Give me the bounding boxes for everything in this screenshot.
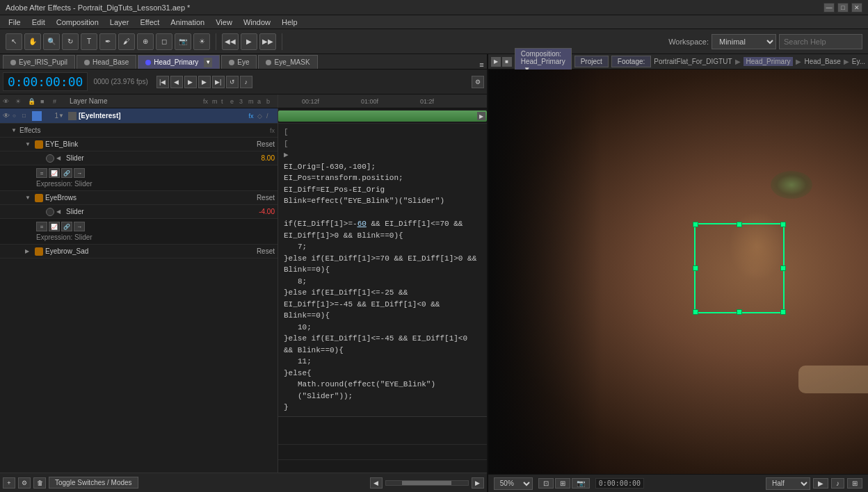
expr-link-btn-eyebrows[interactable]: 🔗 <box>61 222 72 231</box>
menu-effect[interactable]: Effect <box>134 17 165 28</box>
solo-icon-layer1[interactable]: ○ <box>13 113 22 119</box>
light-tool[interactable]: ☀ <box>193 33 210 50</box>
slider1-name[interactable]: Slider <box>66 154 250 162</box>
handle-mid-right[interactable] <box>780 265 786 271</box>
search-help-input[interactable] <box>779 34 862 49</box>
eyebrows-slider-row[interactable]: ◀ Slider -4.00 <box>0 205 278 219</box>
minimize-button[interactable]: — <box>823 3 835 13</box>
handle-top-mid[interactable] <box>737 222 742 227</box>
layer-row-1[interactable]: 👁 ○ □ 1 ▼ [EyeInterest] fx ◇ / <box>0 108 278 124</box>
selection-tool[interactable]: ↖ <box>6 33 22 50</box>
eyebrow-sad-reset-btn[interactable]: Reset <box>257 247 275 255</box>
transparency-btn[interactable]: ⊞ <box>847 478 862 489</box>
toggle-switches-modes-btn[interactable]: Toggle Switches / Modes <box>49 477 138 489</box>
next-frame-btn[interactable]: ▶▶ <box>259 33 276 50</box>
handle-bottom-right[interactable] <box>780 309 786 315</box>
breadcrumb-item-2[interactable]: Head_Primary <box>744 57 794 66</box>
effects-group-row[interactable]: ▼ Effects fx <box>0 124 278 138</box>
keyframe-icon-slider2[interactable] <box>46 208 54 216</box>
comp-icon[interactable]: ▶ <box>491 57 501 67</box>
slider2-name[interactable]: Slider <box>66 208 250 215</box>
eraser-tool[interactable]: ◻ <box>156 33 172 50</box>
expr-graph-btn-eyebrows[interactable]: 📈 <box>49 222 60 231</box>
menu-help[interactable]: Help <box>276 17 303 28</box>
maximize-button[interactable]: □ <box>837 3 849 13</box>
tab-eye-mask[interactable]: Eye_MASK <box>258 55 317 69</box>
brush-tool[interactable]: 🖌 <box>118 33 135 50</box>
comp-settings-btn[interactable]: ⚙ <box>472 76 484 88</box>
loop-btn[interactable]: ↺ <box>226 76 239 88</box>
keyframe-icon-slider1[interactable] <box>46 154 54 163</box>
timeline-next-btn[interactable]: ▶ <box>472 477 484 489</box>
breadcrumb-item-3[interactable]: Head_Base <box>804 58 840 65</box>
tab-head-base[interactable]: Head_Base <box>77 55 136 69</box>
workspace-select[interactable]: Minimal Standard <box>712 34 776 49</box>
tab-menu-icon[interactable]: ▼ <box>204 58 212 67</box>
settings-btn[interactable]: ⚙ <box>18 477 31 489</box>
handle-bottom-left[interactable] <box>693 309 698 315</box>
slider1-value[interactable]: 8.00 <box>250 154 275 162</box>
menu-window[interactable]: Window <box>238 17 276 28</box>
zoom-tool[interactable]: 🔍 <box>43 33 60 50</box>
time-display[interactable]: 0:00:00:00 <box>3 72 88 91</box>
eye-blink-effect-row[interactable]: ▼ EYE_Blink Reset <box>0 138 278 151</box>
motion-blur-switch-1[interactable]: / <box>266 113 275 120</box>
comp-icon2[interactable]: ■ <box>502 57 512 67</box>
snapshot-btn[interactable]: 📷 <box>572 478 590 489</box>
lock-icon-layer1[interactable]: □ <box>22 113 32 119</box>
prev-frame-btn[interactable]: ◀◀ <box>222 33 239 50</box>
pen-tool[interactable]: ✒ <box>99 33 116 50</box>
comp-time-display[interactable]: 0:00:00:00 <box>595 478 644 489</box>
fit-view-btn[interactable]: ⊞ <box>555 478 570 489</box>
trash-btn[interactable]: 🗑 <box>33 477 46 489</box>
play-btn[interactable]: ▶ <box>241 33 257 50</box>
expand-icon-layer1[interactable]: ▼ <box>58 113 68 119</box>
prev-kf-slider1[interactable]: ◀ <box>56 155 66 161</box>
timeline-prev-btn[interactable]: ◀ <box>370 477 383 489</box>
eyebrow-sad-expand[interactable]: ▶ <box>25 248 35 254</box>
handle-mid-left[interactable] <box>693 265 698 271</box>
menu-edit[interactable]: Edit <box>26 17 51 28</box>
fx-switch-1[interactable]: fx <box>246 113 257 120</box>
eyebrow-sad-name[interactable]: Eyebrow_Sad <box>45 247 251 255</box>
eyebrows-name[interactable]: EyeBrows <box>45 194 251 202</box>
panel-menu-btn[interactable]: ≡ <box>479 60 483 69</box>
expr-graph-btn-blink[interactable]: 📈 <box>49 168 60 178</box>
effects-expand-icon[interactable]: ▼ <box>11 127 19 133</box>
expr-enable-btn-eyebrows[interactable]: = <box>36 222 47 231</box>
render-btn[interactable]: ▶ <box>813 478 828 489</box>
reset-view-btn[interactable]: ⊡ <box>538 478 554 489</box>
rotate-tool[interactable]: ↻ <box>62 33 79 50</box>
prev-keyframe-btn[interactable]: |◀ <box>156 76 169 88</box>
handle-top-left[interactable] <box>693 222 698 227</box>
transform-switch-1[interactable]: ◇ <box>257 113 266 120</box>
eye-blink-reset-btn[interactable]: Reset <box>257 140 275 148</box>
project-tab[interactable]: Project <box>574 56 609 67</box>
eye-icon-layer1[interactable]: 👁 <box>3 112 13 120</box>
add-layer-btn[interactable]: + <box>3 477 15 489</box>
eyebrow-sad-row[interactable]: ▶ Eyebrow_Sad Reset <box>0 245 278 259</box>
step-fwd-btn[interactable]: ▶ <box>198 76 211 88</box>
breadcrumb-item-4[interactable]: Ey... <box>852 58 865 65</box>
menu-animation[interactable]: Animation <box>165 17 210 28</box>
next-keyframe-btn[interactable]: ▶| <box>212 76 225 88</box>
handle-bottom-mid[interactable] <box>737 309 742 315</box>
camera-tool[interactable]: 📷 <box>175 33 191 50</box>
expr-link-btn-blink[interactable]: 🔗 <box>61 168 72 178</box>
eyebrows-reset-btn[interactable]: Reset <box>257 194 275 202</box>
step-back-btn[interactable]: ◀ <box>170 76 183 88</box>
close-button[interactable]: ✕ <box>851 3 862 13</box>
eye-blink-expand[interactable]: ▼ <box>25 141 35 147</box>
expr-arrow-btn-blink[interactable]: → <box>74 168 85 178</box>
eyebrows-effect-row[interactable]: ▼ EyeBrows Reset <box>0 191 278 205</box>
prev-kf-slider2[interactable]: ◀ <box>56 208 66 215</box>
audio-toggle-btn[interactable]: ♪ <box>831 478 844 489</box>
layer-name-1[interactable]: [EyeInterest] <box>79 112 246 120</box>
audio-btn[interactable]: ♪ <box>240 76 252 88</box>
hand-tool[interactable]: ✋ <box>24 33 41 50</box>
footage-tab[interactable]: Footage: <box>611 56 651 67</box>
zoom-select[interactable]: 50% 100% 25% <box>494 477 533 490</box>
menu-composition[interactable]: Composition <box>51 17 104 28</box>
breadcrumb-item-1[interactable]: PortraitFlat_For_DIGTUT <box>654 58 732 65</box>
text-tool[interactable]: T <box>81 33 97 50</box>
